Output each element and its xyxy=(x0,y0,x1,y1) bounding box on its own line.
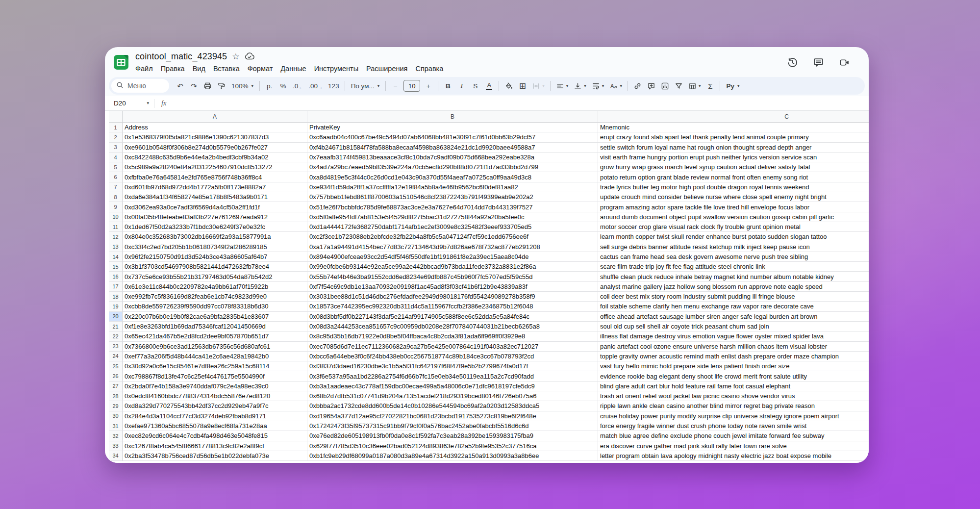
cell-A22[interactable]: 0x65ec421da467b5e2d8fcd2dee9bf057870b651… xyxy=(123,331,307,341)
cell-C17[interactable]: analyst marine gallery jazz hollow song … xyxy=(598,282,869,292)
row-header-14[interactable]: 14 xyxy=(109,252,123,262)
row-header-27[interactable]: 27 xyxy=(109,382,123,391)
cell-C18[interactable]: coil deer best mix story room industry s… xyxy=(598,292,869,302)
cell-A16[interactable]: 0x737c5e6ce93b55b21b31797463d054da87b542… xyxy=(123,272,307,281)
cell-A29[interactable]: 0xd8a329d770275543bb42df37cc2d929eb47a9f… xyxy=(123,401,307,411)
cell-A2[interactable]: 0x1e5368379f0f5da821c9886e1390c621307837… xyxy=(123,132,307,142)
row-header-29[interactable]: 29 xyxy=(109,401,123,411)
row-header-13[interactable]: 13 xyxy=(109,242,123,252)
row-header-30[interactable]: 30 xyxy=(109,411,123,421)
menu-item[interactable]: Инструменты xyxy=(310,64,362,74)
cell-C11[interactable]: motor soccer crop glare visual rack cloc… xyxy=(598,222,869,232)
cell-A21[interactable]: 0xf1e8e3263bfd1b69dad75346fcaf1204145066… xyxy=(123,322,307,331)
cell-A15[interactable]: 0x3b1f3703cd54697908b5821441d472632fb78e… xyxy=(123,262,307,272)
row-header-1[interactable]: 1 xyxy=(109,123,123,132)
cell-A31[interactable]: 0xefae971360a5bc6855078a9e8ecf68fa731e28… xyxy=(123,421,307,431)
cell-B21[interactable]: 0x08d3a2444253cea851657c9c00959db0208e28… xyxy=(307,322,598,331)
cell-A10[interactable]: 0x00faf35b48efeabe83a83b227e7612697eada9… xyxy=(123,212,307,222)
paint-format-button[interactable] xyxy=(215,79,228,93)
cell-C22[interactable]: illness flat damage destroy virus emotio… xyxy=(598,331,869,341)
row-header-33[interactable]: 33 xyxy=(109,441,123,451)
star-icon[interactable]: ☆ xyxy=(232,52,239,61)
cell-A34[interactable]: 0x2ba3f53478b756ced87d56db5e1b022debfa07… xyxy=(123,451,307,461)
cell-B23[interactable]: 0xec7085d6d7e11ec7112360682a9ca27b5e425e… xyxy=(307,342,598,352)
text-rotation-button[interactable]: A ▾ xyxy=(607,79,625,93)
cell-C9[interactable]: program amazing actor spare tackle file … xyxy=(598,202,869,212)
increase-decimals-button[interactable]: .00→ xyxy=(306,79,325,93)
row-header-31[interactable]: 31 xyxy=(109,421,123,431)
row-header-24[interactable]: 24 xyxy=(109,352,123,361)
cell-C2[interactable]: erupt crazy found slab apart leaf thank … xyxy=(598,132,869,142)
menu-item[interactable]: Файл xyxy=(131,64,157,74)
cell-B24[interactable]: 0xbcc6a644ebe3f0c6f24bb438eb0cc256751877… xyxy=(307,352,598,361)
row-header-26[interactable]: 26 xyxy=(109,371,123,381)
cell-A24[interactable]: 0xef77a3a206f5d48b444ca41e2c6ae428a19842… xyxy=(123,352,307,361)
cell-C28[interactable]: trash art orient relief wool jacket law … xyxy=(598,391,869,401)
cell-B34[interactable]: 0xb1fc9eb29df68099a0187a080d3a89e4a67314… xyxy=(307,451,598,461)
fill-color-button[interactable] xyxy=(502,79,515,93)
menu-item[interactable]: Формат xyxy=(244,64,277,74)
row-header-18[interactable]: 18 xyxy=(109,292,123,302)
cell-B11[interactable]: 0xd1a4444172fe3682750dabf1714afb1ec2ef30… xyxy=(307,222,598,232)
functions-button[interactable]: Σ xyxy=(704,79,717,93)
cell-C16[interactable]: shuffle clean pluck reduce inhale betray… xyxy=(598,272,869,281)
comments-icon[interactable] xyxy=(813,57,824,68)
cell-A26[interactable]: 0xc798867f8d13fe47c6c25ef4c476175e550499… xyxy=(123,371,307,381)
cell-A11[interactable]: 0x1ded67f50d2a3233b7f1bdc30e6249f37e0e32… xyxy=(123,222,307,232)
cell-B12[interactable]: 0xc2f3ce1b723088eb2ebfcde32fb22b4a8fb5c5… xyxy=(307,232,598,242)
decrease-font-size-button[interactable]: − xyxy=(389,79,402,93)
cell-C31[interactable]: force energy fragile winner dust crush p… xyxy=(598,421,869,431)
row-header-28[interactable]: 28 xyxy=(109,391,123,401)
cell-B16[interactable]: 0x55b74ef4b46e3ba91552cdd6ed8234e69dfb88… xyxy=(307,272,598,281)
row-header-34[interactable]: 34 xyxy=(109,451,123,461)
row-header-10[interactable]: 10 xyxy=(109,212,123,222)
cell-B1[interactable]: PrivateKey xyxy=(307,123,598,132)
sheets-logo-icon[interactable] xyxy=(113,54,129,71)
table-views-button[interactable]: ▾ xyxy=(686,79,704,93)
row-header-4[interactable]: 4 xyxy=(109,153,123,162)
cell-C23[interactable]: panic artefact cool ozone ensure univers… xyxy=(598,342,869,352)
cell-B8[interactable]: 0x757bbeb1febd861ff8700603a1510546c8cf23… xyxy=(307,192,598,202)
cell-A32[interactable]: 0xec82e9cd6c064e4c7cdb4fa498d463e5048fe8… xyxy=(123,431,307,441)
cell-C32[interactable]: match blue agree define exclude phone co… xyxy=(598,431,869,441)
input-tools-button[interactable]: Ру▾ xyxy=(723,79,742,93)
cell-A25[interactable]: 0x30d92a0c6e15c85461e7df8ea26c259a15c681… xyxy=(123,361,307,371)
menu-item[interactable]: Вид xyxy=(189,64,209,74)
cell-C12[interactable]: learn month copper twist skull render en… xyxy=(598,232,869,242)
row-header-19[interactable]: 19 xyxy=(109,302,123,311)
cell-B25[interactable]: 0xf3837d3daed16230dbe3c1b5a5f31fc642197f… xyxy=(307,361,598,371)
cell-C1[interactable]: Mnemonic xyxy=(598,123,869,132)
row-header-9[interactable]: 9 xyxy=(109,202,123,212)
cell-B33[interactable]: 0x629f77f785d3510c36eee02bad052124d89386… xyxy=(307,441,598,451)
zoom-control[interactable]: 100%▾ xyxy=(228,79,256,93)
menu-item[interactable]: Данные xyxy=(276,64,310,74)
cell-C30[interactable]: cruise holiday power purity modify surpr… xyxy=(598,411,869,421)
cell-A18[interactable]: 0xe992fb7c5f836169d82feab6e1cb74c9823d99… xyxy=(123,292,307,302)
cell-B19[interactable]: 0x18573ce7442395ec992320db311d4c5a115967… xyxy=(307,302,598,311)
cell-A5[interactable]: 0x5c989a9a28240e84a20312254607910dc85132… xyxy=(123,162,307,172)
cell-B15[interactable]: 0x99e0fcbe6b93144e92ea5ce99a2e442bbcad9b… xyxy=(307,262,598,272)
cell-B7[interactable]: 0xe934f1d59da2fff1a37ccfffffa12e19f84a5b… xyxy=(307,182,598,192)
cell-A27[interactable]: 0x2bda0f7e4b158a3e9740ddaf079c2e4a98ec39… xyxy=(123,382,307,391)
cell-B27[interactable]: 0xb3a1aadeaec43c778af159dbc00ecae499a5a4… xyxy=(307,382,598,391)
cell-A6[interactable]: 0xfbfba0e76a645814e2fd765e8756f748b36ff8… xyxy=(123,172,307,182)
row-header-8[interactable]: 8 xyxy=(109,192,123,202)
cell-B29[interactable]: 0xbbba2ac1732cde8dd600b5de14c0b10286e544… xyxy=(307,401,598,411)
cell-C21[interactable]: soul old cup sell shell air coyote trick… xyxy=(598,322,869,331)
cell-A20[interactable]: 0x220c07b6b0e19b0f82cae6a9bfa2835b41e836… xyxy=(123,312,307,322)
format-currency-button[interactable]: р. xyxy=(263,79,276,93)
font-size-input[interactable]: 10 xyxy=(403,80,420,92)
bold-button[interactable]: B xyxy=(441,79,454,93)
cell-B9[interactable]: 0x51fe26f7bcbbfdc785d9fe68873ac3ce2e3a76… xyxy=(307,202,598,212)
cell-B31[interactable]: 0x17242473f35f95737315c91bb9f79cf0f0a576… xyxy=(307,421,598,431)
row-header-23[interactable]: 23 xyxy=(109,342,123,352)
row-header-32[interactable]: 32 xyxy=(109,431,123,441)
cell-A13[interactable]: 0xc33f4c2ed7bd205b1b061807349f2af2862891… xyxy=(123,242,307,252)
horizontal-align-button[interactable]: ▾ xyxy=(553,79,571,93)
cell-A30[interactable]: 0x284e4d3a1104ccf77cf3d3274deb92fbab8d91… xyxy=(123,411,307,421)
cell-B32[interactable]: 0xe76ed82de605198913fb0f0da0e8c1f592fa7c… xyxy=(307,431,598,441)
row-header-17[interactable]: 17 xyxy=(109,282,123,292)
column-header-B[interactable]: B xyxy=(307,111,598,123)
cell-A4[interactable]: 0xc8422488c635d9b6e44e4a2b4bedf3cbf9b34a… xyxy=(123,153,307,162)
row-header-20[interactable]: 20 xyxy=(109,312,123,322)
